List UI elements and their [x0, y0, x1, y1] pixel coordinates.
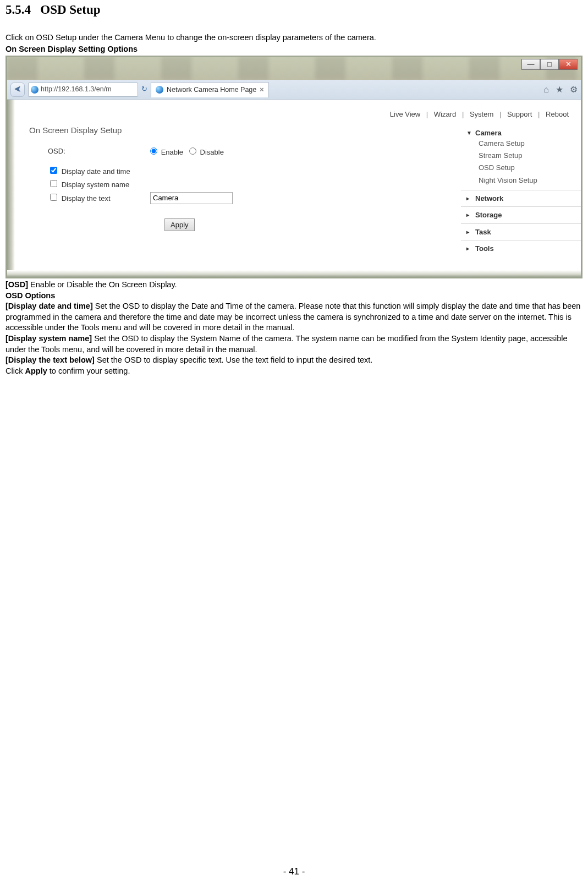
side-camera-setup[interactable]: Camera Setup: [479, 138, 581, 150]
left-margin-shadow: [7, 100, 15, 270]
figure-caption: On Screen Display Setting Options: [6, 44, 582, 55]
favorites-icon[interactable]: ★: [556, 84, 563, 96]
chevron-left-icon: ⮜: [14, 85, 21, 95]
top-nav: Live View | Wizard | System | Support | …: [15, 100, 581, 123]
radio-disable[interactable]: [189, 147, 196, 155]
cb-date-time[interactable]: Display date and time: [48, 167, 130, 176]
close-button[interactable]: ✕: [559, 59, 578, 70]
side-camera[interactable]: ▼ Camera: [466, 128, 581, 138]
browser-chrome: ⮜ http://192.168.1.3/en/m ↻ Network Came…: [7, 80, 581, 100]
tab-close-icon[interactable]: ×: [260, 85, 263, 95]
browser-tools: ⌂ ★ ⚙: [543, 84, 578, 96]
osd-desc: [OSD] Enable or Disable the On Screen Di…: [6, 280, 582, 291]
address-bar[interactable]: http://192.168.1.3/en/m: [28, 83, 138, 97]
checkbox-date-time[interactable]: [50, 167, 57, 174]
chevron-down-icon: ▼: [466, 129, 472, 137]
p-display-date-time: [Display date and time] Set the OSD to d…: [6, 301, 582, 333]
window-controls: — □ ✕: [521, 59, 578, 70]
side-storage[interactable]: ▸ Storage: [466, 210, 581, 220]
chevron-right-icon: ▸: [466, 211, 472, 219]
browser-tab[interactable]: Network Camera Home Page ×: [151, 82, 269, 97]
side-network[interactable]: ▸ Network: [466, 194, 581, 204]
chevron-right-icon: ▸: [466, 195, 472, 203]
osd-form: On Screen Display Setup OSD: Enable: [15, 123, 461, 264]
osd-radio-group: Enable Disable: [150, 146, 224, 157]
display-text-input[interactable]: [150, 192, 233, 204]
side-stream-setup[interactable]: Stream Setup: [479, 150, 581, 162]
gear-icon[interactable]: ⚙: [570, 84, 578, 96]
p-display-text-below: [Display the text below] Set the OSD to …: [6, 355, 582, 366]
cb-system-name[interactable]: Display system name: [48, 181, 129, 189]
maximize-button[interactable]: □: [540, 59, 559, 70]
web-page: Live View | Wizard | System | Support | …: [7, 100, 581, 270]
p-display-system-name: [Display system name] Set the OSD to dis…: [6, 333, 582, 355]
home-icon[interactable]: ⌂: [543, 84, 549, 96]
nav-reboot[interactable]: Reboot: [546, 110, 569, 118]
background-app-blur: — □ ✕: [7, 57, 581, 80]
side-tools[interactable]: ▸ Tools: [466, 244, 581, 254]
side-night-vision-setup[interactable]: Night Vision Setup: [479, 174, 581, 187]
checkbox-system-name[interactable]: [50, 180, 57, 187]
radio-enable[interactable]: [150, 147, 157, 155]
apply-button[interactable]: Apply: [164, 218, 195, 232]
osd-enable-radio[interactable]: Enable: [150, 148, 185, 156]
back-button[interactable]: ⮜: [10, 83, 25, 97]
nav-wizard[interactable]: Wizard: [434, 110, 456, 118]
osd-options-heading: OSD Options: [6, 291, 582, 302]
url-text: http://192.168.1.3/en/m: [41, 85, 112, 94]
side-menu: ▼ Camera Camera Setup Stream Setup OSD S…: [461, 123, 581, 264]
main-panel: Live View | Wizard | System | Support | …: [15, 100, 581, 270]
ie-icon: [31, 86, 39, 94]
screenshot-window: — □ ✕ ⮜ http://192.168.1.3/en/m ↻ Networ…: [6, 56, 582, 278]
section-title: OSD Setup: [40, 3, 100, 17]
nav-system[interactable]: System: [470, 110, 493, 118]
section-heading: 5.5.4 OSD Setup: [6, 0, 582, 18]
side-osd-setup[interactable]: OSD Setup: [479, 162, 581, 174]
form-heading: On Screen Display Setup: [29, 125, 461, 136]
checkbox-display-text[interactable]: [50, 194, 57, 201]
side-task[interactable]: ▸ Task: [466, 227, 581, 237]
chevron-right-icon: ▸: [466, 228, 472, 236]
nav-live-view[interactable]: Live View: [390, 110, 420, 118]
nav-support[interactable]: Support: [507, 110, 532, 118]
osd-label: OSD:: [29, 146, 150, 156]
minimize-button[interactable]: —: [521, 59, 540, 70]
bottom-margin-shadow: [7, 270, 581, 277]
chevron-right-icon: ▸: [466, 245, 472, 253]
ie-icon: [156, 86, 163, 94]
p-click-apply: Click Apply to confirm your setting.: [6, 366, 582, 377]
tab-title: Network Camera Home Page: [167, 85, 256, 95]
refresh-icon[interactable]: ↻: [141, 85, 147, 94]
intro-paragraph: Click on OSD Setup under the Camera Menu…: [6, 32, 582, 43]
section-number: 5.5.4: [6, 3, 31, 17]
page-number: - 41 -: [0, 866, 588, 878]
osd-disable-radio[interactable]: Disable: [189, 148, 224, 156]
cb-display-text[interactable]: Display the text: [48, 194, 111, 203]
